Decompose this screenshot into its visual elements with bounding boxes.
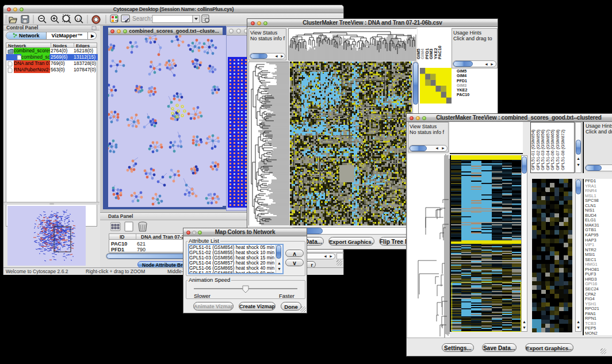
svg-text:1:1: 1:1 <box>76 17 81 21</box>
svg-text:Search:: Search: <box>132 16 152 22</box>
